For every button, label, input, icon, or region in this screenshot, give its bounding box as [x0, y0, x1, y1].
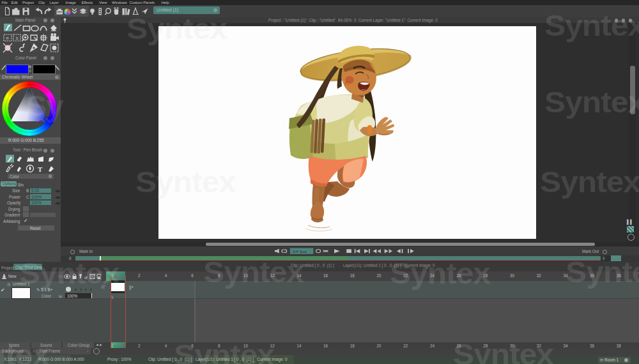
svg-text:24 fps: 24 fps	[293, 249, 307, 254]
svg-text:R: R	[6, 36, 10, 40]
svg-text:S: S	[16, 36, 19, 40]
svg-text:α: α	[84, 274, 88, 280]
svg-text:T: T	[38, 165, 43, 173]
